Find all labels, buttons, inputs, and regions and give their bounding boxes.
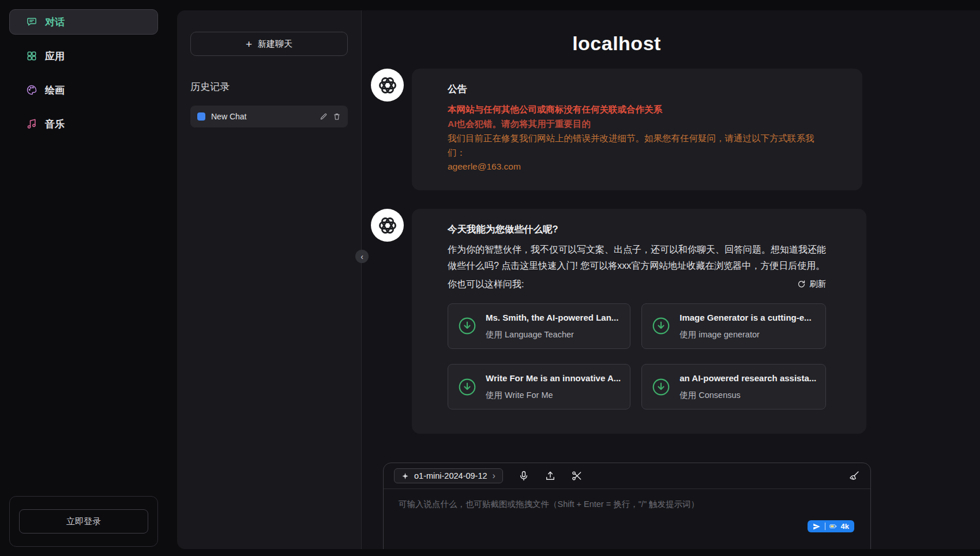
chat-bubble-icon bbox=[26, 16, 37, 28]
suggestion-card[interactable]: Ms. Smith, the AI-powered Lan... 使用 Lang… bbox=[448, 303, 630, 349]
download-circle-icon bbox=[651, 377, 671, 397]
chevron-right-icon: › bbox=[493, 471, 495, 480]
sidebar-item-label: 音乐 bbox=[45, 118, 65, 131]
sidebar-item-music[interactable]: 音乐 bbox=[9, 111, 158, 137]
delete-trash-icon[interactable] bbox=[333, 112, 341, 121]
app-window: 对话 应用 绘画 bbox=[0, 0, 980, 556]
refresh-label: 刷新 bbox=[809, 277, 826, 291]
message-input[interactable] bbox=[397, 498, 857, 534]
clean-broom-icon[interactable] bbox=[848, 470, 860, 482]
model-name: o1-mini-2024-09-12 bbox=[414, 471, 487, 480]
suggestion-card[interactable]: Image Generator is a cutting-e... 使用 ima… bbox=[641, 303, 826, 349]
composer-area: o1-mini-2024-09-12 › bbox=[362, 452, 980, 549]
plus-icon: + bbox=[246, 39, 252, 50]
welcome-bubble: 今天我能为您做些什么呢? 作为你的智慧伙伴，我不仅可以写文案、出点子，还可以和你… bbox=[412, 209, 866, 434]
edit-pencil-icon[interactable] bbox=[320, 112, 328, 121]
collapse-panel-button[interactable]: ‹ bbox=[355, 250, 369, 263]
send-divider bbox=[825, 523, 825, 530]
battery-icon bbox=[829, 523, 837, 530]
chatgpt-logo-avatar bbox=[371, 209, 404, 242]
welcome-heading: 今天我能为您做些什么呢? bbox=[448, 221, 826, 236]
workspace: + 新建聊天 历史记录 New Chat bbox=[177, 10, 980, 549]
suggestion-subtitle: 使用 image generator bbox=[679, 328, 811, 341]
sidebar-item-label: 绘画 bbox=[45, 84, 65, 97]
download-circle-icon bbox=[457, 377, 477, 397]
new-chat-label: 新建聊天 bbox=[258, 39, 292, 50]
refresh-suggestions-button[interactable]: 刷新 bbox=[797, 277, 826, 291]
apps-grid-icon bbox=[26, 50, 37, 62]
suggestion-grid: Ms. Smith, the AI-powered Lan... 使用 Lang… bbox=[448, 303, 826, 410]
sidebar-item-chat[interactable]: 对话 bbox=[9, 9, 158, 35]
sidebar-item-apps[interactable]: 应用 bbox=[9, 43, 158, 69]
upload-icon[interactable] bbox=[545, 470, 556, 482]
send-button[interactable]: 4k bbox=[808, 520, 854, 532]
sidebar: 对话 应用 绘画 bbox=[0, 0, 167, 556]
login-button[interactable]: 立即登录 bbox=[19, 509, 148, 534]
suggestion-card[interactable]: an AI-powered research assista... 使用 Con… bbox=[641, 364, 826, 410]
composer-input-area: 4k bbox=[384, 489, 870, 549]
page-title: localhost bbox=[371, 32, 862, 55]
contact-email-link[interactable]: ageerle@163.com bbox=[448, 160, 521, 174]
send-plane-icon bbox=[813, 523, 821, 531]
chevron-left-icon: ‹ bbox=[361, 252, 363, 261]
assistant-message: 今天我能为您做些什么呢? 作为你的智慧伙伴，我不仅可以写文案、出点子，还可以和你… bbox=[371, 209, 862, 434]
chat-color-icon bbox=[197, 112, 205, 121]
announcement-line: 本网站与任何其他公司或商标没有任何关联或合作关系 bbox=[448, 103, 822, 117]
composer: o1-mini-2024-09-12 › bbox=[383, 463, 871, 549]
suggestion-title: Write For Me is an innovative A... bbox=[486, 371, 621, 385]
ask-hint: 你也可以这样问我: bbox=[448, 277, 524, 292]
suggestion-subtitle: 使用 Consensus bbox=[679, 389, 816, 402]
suggestion-title: Image Generator is a cutting-e... bbox=[679, 311, 811, 325]
history-heading: 历史记录 bbox=[190, 80, 348, 93]
chat-history-panel: + 新建聊天 历史记录 New Chat bbox=[177, 10, 362, 549]
sidebar-footer: 立即登录 bbox=[9, 496, 158, 547]
announcement-line: AI也会犯错。请勿将其用于重要目的 bbox=[448, 117, 822, 132]
welcome-body: 作为你的智慧伙伴，我不仅可以写文案、出点子，还可以和你聊天、回答问题。想知道我还… bbox=[448, 242, 826, 275]
palette-icon bbox=[26, 84, 37, 96]
sparkle-icon bbox=[401, 472, 409, 480]
announcement-line: 我们目前正在修复我们网站上的错误并改进细节。如果您有任何疑问，请通过以下方式联系… bbox=[448, 132, 822, 160]
suggestion-title: an AI-powered research assista... bbox=[679, 371, 816, 385]
chat-main: localhost 公告 本网站与 bbox=[362, 10, 980, 549]
microphone-icon[interactable] bbox=[518, 470, 530, 482]
suggestion-card[interactable]: Write For Me is an innovative A... 使用 Wr… bbox=[448, 364, 630, 410]
model-selector[interactable]: o1-mini-2024-09-12 › bbox=[394, 468, 503, 483]
scissors-icon[interactable] bbox=[571, 470, 583, 482]
announcement-bubble: 公告 本网站与任何其他公司或商标没有任何关联或合作关系 AI也会犯错。请勿将其用… bbox=[412, 69, 862, 190]
sidebar-item-label: 应用 bbox=[45, 50, 65, 63]
download-circle-icon bbox=[457, 316, 477, 336]
sidebar-item-drawing[interactable]: 绘画 bbox=[9, 77, 158, 103]
suggestion-subtitle: 使用 Language Teacher bbox=[486, 328, 618, 341]
history-list-item[interactable]: New Chat bbox=[190, 106, 348, 127]
history-item-title: New Chat bbox=[211, 112, 314, 121]
suggestion-subtitle: 使用 Write For Me bbox=[486, 389, 621, 402]
new-chat-button[interactable]: + 新建聊天 bbox=[190, 32, 348, 56]
music-note-icon bbox=[26, 118, 37, 130]
assistant-message: 公告 本网站与任何其他公司或商标没有任何关联或合作关系 AI也会犯错。请勿将其用… bbox=[371, 69, 862, 190]
announcement-heading: 公告 bbox=[448, 81, 822, 97]
sidebar-item-label: 对话 bbox=[45, 16, 65, 29]
composer-toolbar: o1-mini-2024-09-12 › bbox=[384, 463, 870, 489]
token-count: 4k bbox=[841, 522, 849, 531]
message-list: localhost 公告 本网站与 bbox=[362, 10, 980, 452]
refresh-icon bbox=[797, 280, 806, 288]
suggestion-title: Ms. Smith, the AI-powered Lan... bbox=[486, 311, 618, 325]
download-circle-icon bbox=[651, 316, 671, 336]
chatgpt-logo-avatar bbox=[371, 69, 404, 102]
